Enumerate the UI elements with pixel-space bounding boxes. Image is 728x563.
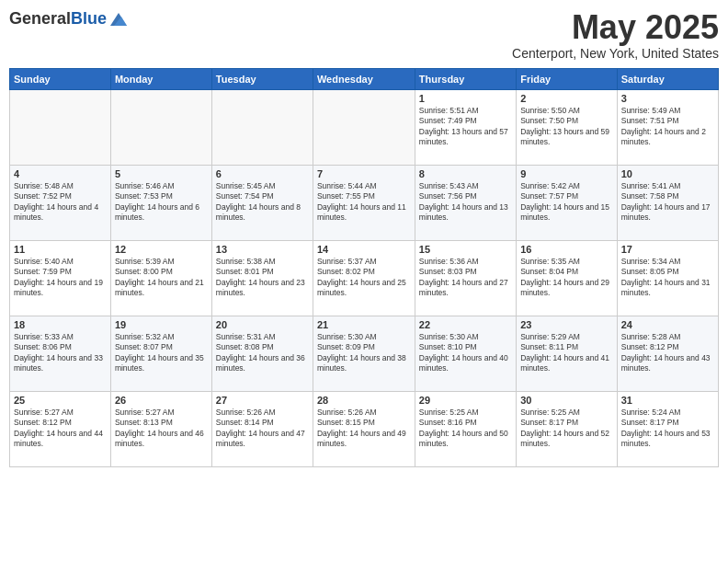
day-info: Sunrise: 5:25 AMSunset: 8:17 PMDaylight:… <box>520 408 613 450</box>
calendar-cell: 2Sunrise: 5:50 AMSunset: 7:50 PMDaylight… <box>517 89 618 165</box>
calendar-cell: 10Sunrise: 5:41 AMSunset: 7:58 PMDayligh… <box>617 165 718 240</box>
day-info: Sunrise: 5:26 AMSunset: 8:14 PMDaylight:… <box>216 408 309 450</box>
calendar-cell: 30Sunrise: 5:25 AMSunset: 8:17 PMDayligh… <box>517 391 618 466</box>
day-info: Sunrise: 5:41 AMSunset: 7:58 PMDaylight:… <box>621 181 714 224</box>
day-number: 2 <box>520 93 613 104</box>
day-info: Sunrise: 5:48 AMSunset: 7:52 PMDaylight:… <box>14 181 107 224</box>
col-header-sunday: Sunday <box>10 68 111 89</box>
day-number: 19 <box>115 319 208 330</box>
day-info: Sunrise: 5:34 AMSunset: 8:05 PMDaylight:… <box>621 257 714 299</box>
day-number: 14 <box>317 244 411 255</box>
calendar-week-2: 11Sunrise: 5:40 AMSunset: 7:59 PMDayligh… <box>10 240 719 316</box>
day-number: 7 <box>317 168 411 179</box>
calendar-cell: 13Sunrise: 5:38 AMSunset: 8:01 PMDayligh… <box>211 240 313 316</box>
calendar-cell <box>110 89 211 165</box>
calendar-cell: 14Sunrise: 5:37 AMSunset: 8:02 PMDayligh… <box>313 240 415 316</box>
day-number: 9 <box>520 168 613 179</box>
title-block: May 2025 Centerport, New York, United St… <box>512 9 719 61</box>
day-number: 1 <box>419 93 512 104</box>
day-info: Sunrise: 5:26 AMSunset: 8:15 PMDaylight:… <box>317 408 411 450</box>
calendar-cell: 16Sunrise: 5:35 AMSunset: 8:04 PMDayligh… <box>517 240 618 316</box>
day-info: Sunrise: 5:37 AMSunset: 8:02 PMDaylight:… <box>317 257 411 299</box>
day-info: Sunrise: 5:42 AMSunset: 7:57 PMDaylight:… <box>520 181 613 224</box>
day-info: Sunrise: 5:36 AMSunset: 8:03 PMDaylight:… <box>419 257 512 299</box>
day-number: 24 <box>621 319 714 330</box>
calendar-header-row: SundayMondayTuesdayWednesdayThursdayFrid… <box>10 68 719 89</box>
calendar-cell: 19Sunrise: 5:32 AMSunset: 8:07 PMDayligh… <box>110 316 211 391</box>
calendar-cell: 12Sunrise: 5:39 AMSunset: 8:00 PMDayligh… <box>110 240 211 316</box>
day-info: Sunrise: 5:27 AMSunset: 8:12 PMDaylight:… <box>14 408 107 450</box>
calendar-cell: 15Sunrise: 5:36 AMSunset: 8:03 PMDayligh… <box>415 240 516 316</box>
day-info: Sunrise: 5:40 AMSunset: 7:59 PMDaylight:… <box>14 257 107 299</box>
calendar-cell: 31Sunrise: 5:24 AMSunset: 8:17 PMDayligh… <box>617 391 718 466</box>
day-info: Sunrise: 5:27 AMSunset: 8:13 PMDaylight:… <box>115 408 208 450</box>
day-number: 30 <box>520 395 613 406</box>
calendar-cell: 28Sunrise: 5:26 AMSunset: 8:15 PMDayligh… <box>313 391 415 466</box>
location: Centerport, New York, United States <box>512 46 719 61</box>
calendar-cell: 17Sunrise: 5:34 AMSunset: 8:05 PMDayligh… <box>617 240 718 316</box>
day-number: 27 <box>216 395 309 406</box>
day-number: 16 <box>520 244 613 255</box>
calendar-cell: 8Sunrise: 5:43 AMSunset: 7:56 PMDaylight… <box>415 165 516 240</box>
logo-icon <box>108 9 129 29</box>
col-header-monday: Monday <box>110 68 211 89</box>
day-info: Sunrise: 5:50 AMSunset: 7:50 PMDaylight:… <box>520 106 613 148</box>
logo-general-text: GeneralBlue <box>9 10 107 29</box>
calendar-cell: 4Sunrise: 5:48 AMSunset: 7:52 PMDaylight… <box>10 165 111 240</box>
day-number: 28 <box>317 395 411 406</box>
header: GeneralBlue May 2025 Centerport, New Yor… <box>9 9 719 61</box>
day-number: 20 <box>216 319 309 330</box>
calendar-cell: 23Sunrise: 5:29 AMSunset: 8:11 PMDayligh… <box>517 316 618 391</box>
calendar-week-3: 18Sunrise: 5:33 AMSunset: 8:06 PMDayligh… <box>10 316 719 391</box>
day-info: Sunrise: 5:38 AMSunset: 8:01 PMDaylight:… <box>216 257 309 299</box>
calendar-cell <box>313 89 415 165</box>
calendar-cell: 9Sunrise: 5:42 AMSunset: 7:57 PMDaylight… <box>517 165 618 240</box>
day-number: 26 <box>115 395 208 406</box>
day-info: Sunrise: 5:28 AMSunset: 8:12 PMDaylight:… <box>621 332 714 374</box>
day-number: 12 <box>115 244 208 255</box>
calendar-cell: 11Sunrise: 5:40 AMSunset: 7:59 PMDayligh… <box>10 240 111 316</box>
day-number: 10 <box>621 168 714 179</box>
calendar-cell <box>10 89 111 165</box>
day-info: Sunrise: 5:51 AMSunset: 7:49 PMDaylight:… <box>419 106 512 148</box>
day-number: 13 <box>216 244 309 255</box>
day-info: Sunrise: 5:30 AMSunset: 8:10 PMDaylight:… <box>419 332 512 374</box>
calendar-week-4: 25Sunrise: 5:27 AMSunset: 8:12 PMDayligh… <box>10 391 719 466</box>
calendar-cell: 24Sunrise: 5:28 AMSunset: 8:12 PMDayligh… <box>617 316 718 391</box>
calendar-cell: 7Sunrise: 5:44 AMSunset: 7:55 PMDaylight… <box>313 165 415 240</box>
day-info: Sunrise: 5:29 AMSunset: 8:11 PMDaylight:… <box>520 332 613 374</box>
day-number: 21 <box>317 319 411 330</box>
day-number: 8 <box>419 168 512 179</box>
day-number: 11 <box>14 244 107 255</box>
calendar-cell: 3Sunrise: 5:49 AMSunset: 7:51 PMDaylight… <box>617 89 718 165</box>
calendar-table: SundayMondayTuesdayWednesdayThursdayFrid… <box>9 68 719 467</box>
day-info: Sunrise: 5:31 AMSunset: 8:08 PMDaylight:… <box>216 332 309 374</box>
logo: GeneralBlue <box>9 9 129 29</box>
day-number: 3 <box>621 93 714 104</box>
col-header-friday: Friday <box>517 68 618 89</box>
day-info: Sunrise: 5:35 AMSunset: 8:04 PMDaylight:… <box>520 257 613 299</box>
day-info: Sunrise: 5:24 AMSunset: 8:17 PMDaylight:… <box>621 408 714 450</box>
page: GeneralBlue May 2025 Centerport, New Yor… <box>0 0 728 563</box>
calendar-cell: 27Sunrise: 5:26 AMSunset: 8:14 PMDayligh… <box>211 391 313 466</box>
calendar-week-1: 4Sunrise: 5:48 AMSunset: 7:52 PMDaylight… <box>10 165 719 240</box>
day-number: 15 <box>419 244 512 255</box>
day-info: Sunrise: 5:46 AMSunset: 7:53 PMDaylight:… <box>115 181 208 224</box>
day-number: 29 <box>419 395 512 406</box>
calendar-cell: 22Sunrise: 5:30 AMSunset: 8:10 PMDayligh… <box>415 316 516 391</box>
day-number: 23 <box>520 319 613 330</box>
day-number: 22 <box>419 319 512 330</box>
day-number: 4 <box>14 168 107 179</box>
col-header-tuesday: Tuesday <box>211 68 313 89</box>
calendar-cell: 1Sunrise: 5:51 AMSunset: 7:49 PMDaylight… <box>415 89 516 165</box>
calendar-cell: 20Sunrise: 5:31 AMSunset: 8:08 PMDayligh… <box>211 316 313 391</box>
day-number: 31 <box>621 395 714 406</box>
day-info: Sunrise: 5:44 AMSunset: 7:55 PMDaylight:… <box>317 181 411 224</box>
col-header-saturday: Saturday <box>617 68 718 89</box>
calendar-cell: 26Sunrise: 5:27 AMSunset: 8:13 PMDayligh… <box>110 391 211 466</box>
calendar-cell: 6Sunrise: 5:45 AMSunset: 7:54 PMDaylight… <box>211 165 313 240</box>
calendar-cell: 18Sunrise: 5:33 AMSunset: 8:06 PMDayligh… <box>10 316 111 391</box>
calendar-cell: 25Sunrise: 5:27 AMSunset: 8:12 PMDayligh… <box>10 391 111 466</box>
day-number: 17 <box>621 244 714 255</box>
day-number: 25 <box>14 395 107 406</box>
